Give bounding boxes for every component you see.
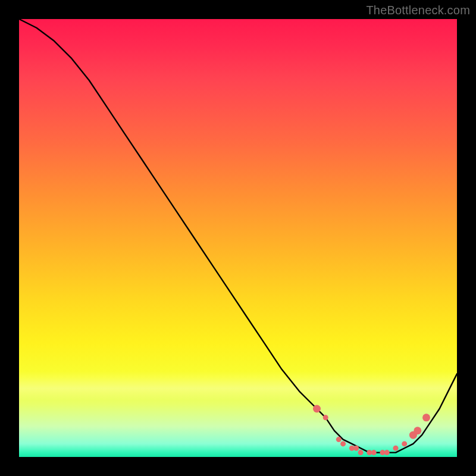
marker-point — [323, 415, 328, 420]
marker-point — [340, 441, 346, 446]
marker-point — [353, 446, 359, 451]
marker-point — [402, 441, 407, 446]
marker-point — [422, 414, 430, 421]
marker-point — [358, 450, 364, 455]
marker-point — [393, 446, 399, 451]
marker-point — [384, 450, 390, 455]
plot-area — [19, 19, 457, 457]
marker-point — [414, 427, 421, 434]
curve-layer — [19, 19, 457, 457]
highlight-markers — [313, 405, 430, 456]
marker-point — [371, 450, 377, 455]
chart-frame: TheBottleneck.com — [0, 0, 476, 476]
marker-point — [336, 437, 342, 442]
bottleneck-curve — [19, 19, 457, 453]
marker-point — [313, 405, 321, 413]
watermark-text: TheBottleneck.com — [366, 4, 470, 17]
